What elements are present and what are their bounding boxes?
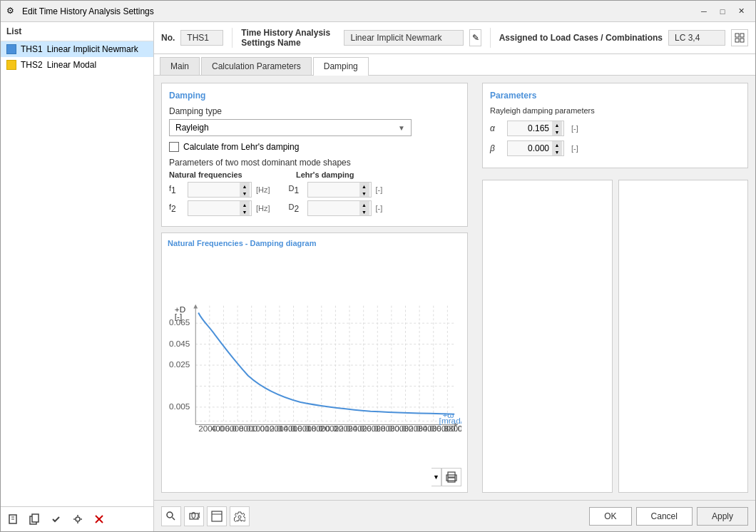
- calculate-checkbox-row[interactable]: Calculate from Lehr's damping: [169, 142, 460, 152]
- svg-point-5: [76, 517, 80, 521]
- tab-calculation[interactable]: Calculation Parameters: [201, 57, 312, 75]
- apply-button[interactable]: Apply: [697, 507, 748, 526]
- footer-value-button[interactable]: 0.0: [184, 506, 204, 526]
- damping-section-box: Damping Damping type Rayleigh ▼: [161, 83, 468, 227]
- f2-spinner[interactable]: ▲ ▼: [240, 201, 250, 215]
- tab-damping[interactable]: Damping: [313, 57, 369, 76]
- calculate-checkbox[interactable]: [169, 142, 179, 152]
- alpha-up-button[interactable]: ▲: [552, 121, 562, 128]
- f2-input-group: ▲ ▼: [188, 200, 252, 216]
- app-icon: ⚙: [6, 6, 18, 17]
- print-dropdown-button[interactable]: ▼: [431, 468, 441, 486]
- f1-spinner[interactable]: ▲ ▼: [240, 183, 250, 197]
- footer: 0.0 OK Cancel Apply: [154, 500, 755, 531]
- cancel-button[interactable]: Cancel: [636, 507, 693, 526]
- delete-button[interactable]: [89, 510, 109, 528]
- left-panel: Damping Damping type Rayleigh ▼: [154, 76, 475, 500]
- d2-down-button[interactable]: ▼: [359, 208, 369, 215]
- f2-input[interactable]: [188, 202, 240, 215]
- y-val-1: 0.065: [169, 317, 190, 327]
- d1-spinner[interactable]: ▲ ▼: [359, 183, 369, 197]
- ok-button[interactable]: OK: [589, 507, 631, 526]
- svg-rect-47: [212, 511, 222, 521]
- copy-item-button[interactable]: [25, 510, 45, 528]
- new-item-button[interactable]: [4, 510, 24, 528]
- no-value: THS1: [180, 30, 223, 46]
- check-button[interactable]: [46, 510, 66, 528]
- assigned-label: Assigned to Load Cases / Combinations: [499, 33, 663, 43]
- beta-row: β ▲ ▼ [-]: [490, 140, 740, 156]
- alpha-input-group: ▲ ▼: [507, 121, 564, 136]
- d2-spinner[interactable]: ▲ ▼: [359, 201, 369, 215]
- f1-up-button[interactable]: ▲: [240, 183, 250, 190]
- assigned-grid-button[interactable]: [731, 29, 748, 46]
- natural-freq-label: Natural frequencies: [169, 170, 269, 179]
- svg-marker-39: [193, 305, 198, 309]
- minimize-button[interactable]: ─: [695, 4, 712, 19]
- alpha-input[interactable]: [508, 122, 552, 135]
- d2-input[interactable]: [308, 202, 359, 215]
- d1-down-button[interactable]: ▼: [359, 190, 369, 197]
- settings-name-input[interactable]: [344, 30, 464, 46]
- f2-down-button[interactable]: ▼: [240, 208, 250, 215]
- sidebar-header: List: [1, 22, 153, 41]
- sidebar-item-ths2[interactable]: THS2 Linear Modal: [1, 57, 153, 73]
- edit-name-button[interactable]: ✎: [469, 29, 481, 46]
- y-val-4: 0.005: [169, 401, 190, 411]
- bottom-boxes: [482, 180, 748, 493]
- svg-line-44: [173, 517, 175, 520]
- alpha-symbol: α: [490, 123, 500, 133]
- beta-input-group: ▲ ▼: [507, 140, 564, 156]
- f2-up-button[interactable]: ▲: [240, 201, 250, 208]
- lehrs-label: Lehr's damping: [296, 170, 396, 179]
- beta-up-button[interactable]: ▲: [552, 141, 562, 148]
- sidebar-item-ths1[interactable]: THS1 Linear Implicit Newmark: [1, 41, 153, 57]
- f2-label: f2: [169, 203, 183, 214]
- footer-settings-button[interactable]: [230, 506, 250, 526]
- footer-search-button[interactable]: [161, 506, 181, 526]
- assigned-value: LC 3,4: [668, 30, 725, 46]
- d1-input[interactable]: [308, 183, 359, 196]
- damping-type-value: Rayleigh: [175, 123, 209, 133]
- print-button[interactable]: [441, 468, 461, 486]
- title-bar: ⚙ Edit Time History Analysis Settings ─ …: [1, 1, 755, 22]
- parameters-title: Parameters: [490, 91, 740, 101]
- damping-type-dropdown[interactable]: Rayleigh ▼: [169, 119, 412, 136]
- svg-rect-11: [740, 39, 744, 42]
- d2-unit: [-]: [376, 204, 383, 213]
- f1-down-button[interactable]: ▼: [240, 190, 250, 197]
- y-val-2: 0.045: [169, 339, 190, 348]
- sidebar-item-ths2-name: Linear Modal: [47, 60, 96, 70]
- d1-up-button[interactable]: ▲: [359, 183, 369, 190]
- f1-input[interactable]: [188, 183, 240, 196]
- sidebar-item-ths2-id: THS2: [21, 60, 43, 70]
- sidebar: List THS1 Linear Implicit Newmark THS2 L…: [1, 22, 154, 531]
- damping-section-title: Damping: [169, 91, 460, 101]
- alpha-down-button[interactable]: ▼: [552, 128, 562, 135]
- footer-window-button[interactable]: [207, 506, 227, 526]
- settings-button[interactable]: [68, 510, 88, 528]
- main-window: ⚙ Edit Time History Analysis Settings ─ …: [0, 0, 756, 532]
- footer-dialog-buttons: OK Cancel Apply: [589, 507, 748, 526]
- beta-input[interactable]: [508, 142, 552, 155]
- svg-rect-42: [448, 478, 455, 482]
- close-button[interactable]: ✕: [732, 4, 750, 19]
- maximize-button[interactable]: □: [714, 4, 731, 19]
- x-axis-unit: [mrad/s]: [439, 416, 461, 425]
- beta-spinner[interactable]: ▲ ▼: [552, 141, 562, 155]
- params-label: Parameters of two most dominant mode sha…: [169, 158, 460, 168]
- alpha-unit: [-]: [571, 124, 578, 133]
- alpha-spinner[interactable]: ▲ ▼: [552, 121, 562, 135]
- tab-main[interactable]: Main: [160, 57, 200, 75]
- window-title: Edit Time History Analysis Settings: [22, 6, 695, 16]
- d1-label: D1: [289, 184, 303, 195]
- d2-up-button[interactable]: ▲: [359, 201, 369, 208]
- d2-input-group: ▲ ▼: [307, 200, 372, 216]
- tab-bar: Main Calculation Parameters Damping: [154, 54, 755, 76]
- bottom-right-box: [618, 180, 749, 493]
- d1-unit: [-]: [376, 185, 383, 194]
- beta-down-button[interactable]: ▼: [552, 148, 562, 155]
- rayleigh-title: Rayleigh damping parameters: [490, 106, 740, 115]
- dropdown-arrow-icon: ▼: [398, 124, 405, 132]
- svg-point-43: [167, 512, 173, 518]
